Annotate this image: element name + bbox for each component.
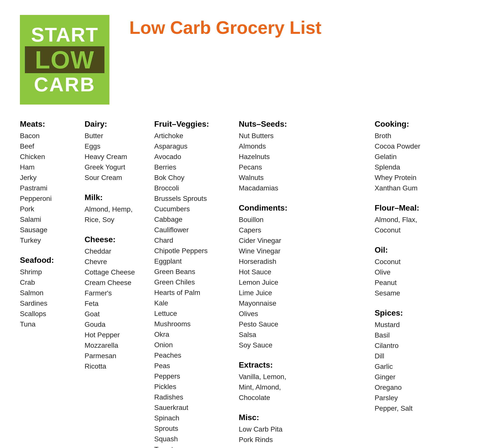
misc-block: Misc: Low Carb Pita Pork Rinds [239,413,360,445]
list-item: Soy Sauce [239,340,360,350]
list-item: Horseradish [239,256,360,267]
list-item: Cabbage [154,214,224,225]
list-item: Peas [154,361,224,371]
list-item: Coconut [375,225,429,235]
list-item: Lettuce [154,308,224,319]
list-item: Whey Protein [375,172,429,183]
cheese-title: Cheese: [85,235,139,244]
list-item: Sardines [20,298,70,309]
list-item: Crab [20,277,70,288]
logo-box: START LOW CARB [20,15,109,105]
list-item: Lime Juice [239,288,360,298]
list-item: Tuna [20,319,70,330]
list-item: Vanilla, Lemon, [239,372,360,382]
list-item: Mint, Almond, [239,382,360,392]
list-item: Mustard [375,320,429,330]
list-item: Hot Sauce [239,267,360,277]
list-item: Low Carb Pita [239,424,360,435]
list-item: Sprouts [154,423,224,434]
list-item: Green Beans [154,267,224,277]
list-item: Heavy Cream [85,152,139,162]
list-item: Salmon [20,288,70,298]
list-item: Jerky [20,172,70,183]
list-item: Squash [154,434,224,444]
cooking-title: Cooking: [375,119,429,129]
list-item: Oregano [375,382,429,393]
list-item: Macadamias [239,183,360,193]
list-item: Chocolate [239,392,360,403]
list-item: Mayonnaise [239,298,360,309]
dairy-block: Dairy: Butter Eggs Heavy Cream Greek Yog… [85,119,139,183]
list-item: Hot Pepper [85,330,139,340]
list-item: Greek Yogurt [85,162,139,172]
list-item: Scallops [20,309,70,319]
list-item: Almonds [239,141,360,152]
list-item: Salami [20,214,70,225]
list-item: Bacon [20,131,70,141]
list-item: Chard [154,235,224,246]
list-item: Okra [154,329,224,340]
cheese-block: Cheese: Cheddar Chevre Cottage Cheese Cr… [85,235,139,372]
logo-start: START [31,25,98,45]
list-item: Pecans [239,162,360,172]
list-item: Pepperoni [20,193,70,204]
condiments-title: Condiments: [239,203,360,213]
list-item: Salsa [239,330,360,340]
list-item: Sour Cream [85,172,139,183]
list-item: Mozzarella [85,340,139,351]
col-nuts-condiments: Nuts–Seeds: Nut Butters Almonds Hazelnut… [239,119,360,448]
list-item: Beef [20,141,70,152]
list-item: Pork [20,204,70,214]
list-item: Cilantro [375,340,429,351]
list-item: Gouda [85,319,139,330]
milk-title: Milk: [85,193,139,202]
list-item: Peppers [154,371,224,382]
list-item: Mushrooms [154,319,224,329]
list-item: Splenda [375,162,429,172]
spices-block: Spices: Mustard Basil Cilantro Dill Garl… [375,308,429,414]
list-item: Pepper, Salt [375,403,429,414]
list-item: Goat [85,309,139,319]
list-item: Olives [239,309,360,319]
cooking-items: Broth Cocoa Powder Gelatin Splenda Whey … [375,131,429,193]
dairy-items: Butter Eggs Heavy Cream Greek Yogurt Sou… [85,131,139,183]
dairy-title: Dairy: [85,119,139,129]
list-item: Gelatin [375,152,429,162]
list-item: Pastrami [20,183,70,193]
list-item: Capers [239,225,360,235]
cooking-block: Cooking: Broth Cocoa Powder Gelatin Sple… [375,119,429,193]
oil-items: Coconut Olive Peanut Sesame [375,257,429,298]
list-item: Broccoli [154,183,224,193]
list-item: Sauerkraut [154,402,224,413]
milk-block: Milk: Almond, Hemp, Rice, Soy [85,193,139,225]
list-item: Almond, Hemp, [85,204,139,215]
content-area: Meats: Bacon Beef Chicken Ham Jerky Past… [20,119,465,448]
list-item: Butter [85,131,139,141]
flour-meal-items: Almond, Flax, Coconut [375,215,429,235]
fruit-veggies-col: Fruit–Veggies: Artichoke Asparagus Avoca… [154,119,224,448]
page-container: START LOW CARB Low Carb Grocery List Mea… [20,15,465,448]
left-section: Meats: Bacon Beef Chicken Ham Jerky Past… [20,119,139,448]
right-section: Nuts–Seeds: Nut Butters Almonds Hazelnut… [239,119,465,448]
logo-carb: CARB [34,75,95,95]
list-item: Broth [375,131,429,141]
list-item: Eggs [85,141,139,152]
list-item: Ham [20,162,70,172]
list-item: Dill [375,351,429,361]
spices-title: Spices: [375,308,429,318]
logo-low-row: LOW [25,46,104,73]
list-item: Xanthan Gum [375,183,429,193]
list-item: Coconut [375,257,429,267]
list-item: Peanut [375,278,429,288]
list-item: Cream Cheese [85,278,139,288]
list-item: Eggplant [154,256,224,267]
col-dairy-cheese: Dairy: Butter Eggs Heavy Cream Greek Yog… [85,119,139,448]
list-item: Spinach [154,413,224,423]
list-item: Hearts of Palm [154,287,224,298]
list-item: Ricotta [85,361,139,372]
oil-block: Oil: Coconut Olive Peanut Sesame [375,245,429,298]
oil-title: Oil: [375,245,429,255]
extracts-items: Vanilla, Lemon, Mint, Almond, Chocolate [239,372,360,403]
list-item: Peaches [154,350,224,361]
fruit-veggies-block: Fruit–Veggies: Artichoke Asparagus Avoca… [154,119,224,448]
